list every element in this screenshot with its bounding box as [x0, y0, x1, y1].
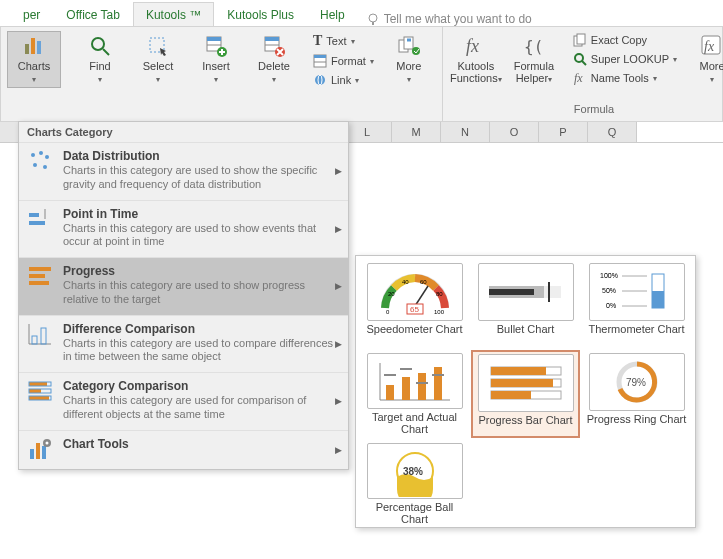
svg-rect-84: [402, 377, 410, 400]
chevron-right-icon: ▶: [335, 445, 342, 455]
difference-icon: [27, 322, 53, 346]
svg-rect-42: [29, 274, 45, 278]
svg-point-0: [369, 14, 377, 22]
ribbon: Charts▾ Find▾ Select▾ Insert▾ Delete▾ TT…: [0, 26, 723, 122]
category-chart-tools[interactable]: Chart Tools ▶: [19, 430, 348, 469]
category-progress[interactable]: ProgressCharts in this category are used…: [19, 257, 348, 315]
group-formula: fxKutools Functions▾ {()}Formula Helper▾…: [443, 27, 723, 121]
svg-point-33: [31, 153, 35, 157]
svg-point-37: [43, 165, 47, 169]
chevron-down-icon: ▾: [32, 75, 36, 84]
group-edit: Find▾ Select▾ Insert▾ Delete▾ TText▾ For…: [67, 27, 443, 121]
more-button[interactable]: More▾: [382, 31, 436, 88]
delete-label: Delete: [258, 60, 290, 72]
delete-button[interactable]: Delete▾: [247, 31, 301, 88]
svg-line-29: [582, 61, 586, 65]
select-button[interactable]: Select▾: [131, 31, 185, 88]
chevron-right-icon: ▶: [335, 281, 342, 291]
svg-text:100%: 100%: [600, 272, 618, 279]
svg-rect-50: [29, 389, 41, 393]
gallery-percentage-ball[interactable]: 38% Percentage Ball Chart: [360, 440, 469, 528]
text-button[interactable]: TText▾: [309, 31, 378, 51]
svg-text:0%: 0%: [606, 302, 616, 309]
tell-me[interactable]: Tell me what you want to do: [358, 12, 532, 26]
select-label: Select: [143, 60, 174, 72]
svg-point-36: [33, 163, 37, 167]
svg-point-58: [46, 441, 49, 444]
insert-label: Insert: [202, 60, 230, 72]
gallery-thermometer[interactable]: 100% 50% 0% Thermometer Chart: [582, 260, 691, 348]
svg-text:40: 40: [402, 279, 409, 285]
tab-help[interactable]: Help: [307, 2, 358, 26]
svg-rect-95: [491, 391, 531, 399]
svg-rect-43: [29, 281, 49, 285]
tab-kutoolsplus[interactable]: Kutools Plus: [214, 2, 307, 26]
svg-rect-56: [42, 446, 46, 459]
svg-rect-86: [418, 373, 426, 400]
find-label: Find: [89, 60, 110, 72]
kutools-functions-button[interactable]: fxKutools Functions▾: [449, 31, 503, 88]
svg-rect-17: [314, 55, 326, 58]
category-comparison-icon: [27, 379, 53, 403]
svg-text:60: 60: [420, 279, 427, 285]
svg-point-23: [412, 47, 420, 55]
tab-officetab[interactable]: Office Tab: [53, 2, 133, 26]
exact-copy-button[interactable]: Exact Copy: [569, 31, 681, 49]
name-tools-button[interactable]: fxName Tools▾: [569, 69, 681, 87]
formula-helper-button[interactable]: {()}Formula Helper▾: [507, 31, 561, 88]
chevron-right-icon: ▶: [335, 224, 342, 234]
find-button[interactable]: Find▾: [73, 31, 127, 88]
charts-category-menu: Charts Category Data DistributionCharts …: [18, 121, 349, 470]
super-lookup-button[interactable]: Super LOOKUP▾: [569, 50, 681, 68]
svg-point-34: [39, 151, 43, 155]
svg-text:100: 100: [434, 309, 445, 315]
svg-rect-70: [489, 289, 534, 295]
svg-point-19: [315, 75, 325, 85]
svg-text:38%: 38%: [403, 466, 423, 477]
gallery-speedometer[interactable]: 020406080100 65 Speedometer Chart: [360, 260, 469, 348]
svg-line-6: [103, 49, 109, 55]
svg-text:79%: 79%: [626, 377, 646, 388]
svg-line-65: [415, 286, 428, 306]
svg-rect-91: [491, 367, 546, 375]
svg-rect-39: [29, 221, 45, 225]
category-difference-comparison[interactable]: Difference ComparisonCharts in this cate…: [19, 315, 348, 373]
svg-text:65: 65: [410, 305, 419, 314]
gallery-target-actual[interactable]: Target and Actual Chart: [360, 350, 469, 438]
svg-text:{()}: {()}: [524, 37, 546, 56]
gallery-bullet[interactable]: Bullet Chart: [471, 260, 580, 348]
svg-rect-79: [652, 291, 664, 308]
category-category-comparison[interactable]: Category ComparisonCharts in this catego…: [19, 372, 348, 430]
svg-point-5: [92, 38, 104, 50]
insert-button[interactable]: Insert▾: [189, 31, 243, 88]
svg-rect-46: [32, 336, 37, 344]
category-point-in-time[interactable]: Point in TimeCharts in this category are…: [19, 200, 348, 258]
chevron-right-icon: ▶: [335, 339, 342, 349]
svg-rect-48: [29, 382, 47, 386]
ribbon-tabs: per Office Tab Kutools ™ Kutools Plus He…: [0, 0, 723, 26]
category-data-distribution[interactable]: Data DistributionCharts in this category…: [19, 142, 348, 200]
svg-rect-93: [491, 379, 553, 387]
svg-rect-52: [29, 396, 49, 400]
format-button[interactable]: Format▾: [309, 52, 378, 70]
gallery-progress-bar[interactable]: Progress Bar Chart: [471, 350, 580, 438]
svg-text:20: 20: [388, 291, 395, 297]
tell-me-label: Tell me what you want to do: [384, 12, 532, 26]
svg-rect-13: [265, 37, 279, 41]
tab-developer[interactable]: per: [10, 2, 53, 26]
svg-rect-27: [577, 34, 585, 44]
tab-kutools[interactable]: Kutools ™: [133, 2, 214, 26]
more2-button[interactable]: fxMore▾: [685, 31, 723, 88]
svg-rect-55: [36, 443, 40, 459]
svg-rect-2: [25, 44, 29, 54]
link-button[interactable]: Link▾: [309, 71, 378, 89]
menu-header: Charts Category: [19, 122, 348, 142]
svg-text:0: 0: [386, 309, 390, 315]
svg-text:50%: 50%: [602, 287, 616, 294]
charts-button[interactable]: Charts▾: [7, 31, 61, 88]
gallery-progress-ring[interactable]: 79% Progress Ring Chart: [582, 350, 691, 438]
svg-text:80: 80: [436, 291, 443, 297]
chevron-right-icon: ▶: [335, 166, 342, 176]
chevron-right-icon: ▶: [335, 396, 342, 406]
svg-rect-82: [386, 385, 394, 400]
